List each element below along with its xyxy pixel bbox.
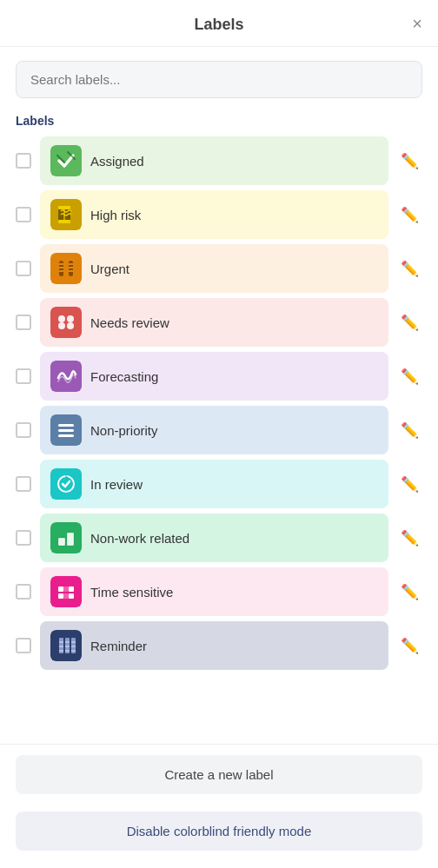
- svg-rect-33: [58, 586, 63, 592]
- label-name: Reminder: [90, 639, 147, 653]
- edit-label-button[interactable]: ✏️: [397, 633, 422, 659]
- colorblind-mode-button[interactable]: Disable colorblind friendly mode: [16, 812, 422, 851]
- edit-label-button[interactable]: ✏️: [397, 256, 422, 282]
- label-row: Needs review ✏️: [16, 298, 422, 347]
- svg-rect-24: [58, 434, 74, 437]
- edit-label-button[interactable]: ✏️: [397, 526, 422, 551]
- label-row: Non-priority ✏️: [16, 406, 422, 454]
- label-row: Non-work related ✏️: [16, 514, 422, 562]
- label-checkbox[interactable]: [16, 584, 31, 600]
- labels-section-title: Labels: [16, 114, 422, 128]
- label-name: Urgent: [90, 262, 129, 276]
- label-pill[interactable]: Forecasting: [40, 352, 388, 401]
- labels-list: Assigned ✏️ High risk ✏️ Urgent ✏️ Needs…: [16, 136, 422, 670]
- label-pill[interactable]: Non-work related: [40, 514, 388, 562]
- label-pill[interactable]: Non-priority: [40, 406, 388, 454]
- label-row: Reminder ✏️: [16, 621, 422, 670]
- svg-rect-36: [69, 593, 74, 599]
- label-name: Time sensitive: [90, 585, 173, 600]
- label-row: Assigned ✏️: [16, 136, 422, 185]
- label-checkbox[interactable]: [16, 476, 31, 492]
- create-label-button[interactable]: Create a new label: [16, 755, 422, 794]
- svg-rect-23: [58, 429, 74, 432]
- svg-rect-15: [50, 307, 82, 338]
- modal-body: Labels Assigned ✏️ High risk ✏️ Urgent: [0, 47, 438, 744]
- label-name: Non-work related: [90, 531, 189, 546]
- svg-rect-4: [58, 206, 70, 209]
- label-checkbox[interactable]: [16, 638, 31, 653]
- edit-label-button[interactable]: ✏️: [397, 310, 422, 335]
- svg-rect-38: [63, 593, 69, 599]
- label-pill[interactable]: Needs review: [40, 298, 388, 347]
- close-button[interactable]: ×: [412, 15, 422, 32]
- edit-label-button[interactable]: ✏️: [397, 418, 422, 443]
- label-icon: [50, 522, 82, 553]
- svg-rect-37: [63, 586, 69, 592]
- label-checkbox[interactable]: [16, 530, 31, 546]
- svg-rect-28: [58, 538, 65, 546]
- label-icon: [50, 468, 82, 500]
- svg-rect-22: [58, 424, 74, 427]
- label-icon: [50, 630, 82, 661]
- label-pill[interactable]: Assigned: [40, 136, 388, 185]
- modal-title: Labels: [194, 16, 243, 34]
- footer: Create a new label: [0, 744, 438, 803]
- search-input[interactable]: [16, 61, 422, 98]
- label-checkbox[interactable]: [16, 368, 31, 384]
- edit-label-button[interactable]: ✏️: [397, 149, 422, 174]
- svg-rect-0: [50, 145, 82, 176]
- svg-rect-29: [67, 533, 74, 546]
- label-pill[interactable]: In review: [40, 460, 388, 508]
- label-checkbox[interactable]: [16, 315, 31, 330]
- label-icon: [50, 307, 82, 338]
- label-pill[interactable]: Reminder: [40, 621, 388, 670]
- svg-point-19: [67, 322, 74, 329]
- label-icon: [50, 253, 82, 284]
- svg-rect-5: [58, 220, 70, 223]
- label-pill[interactable]: High risk: [40, 190, 388, 239]
- svg-rect-7: [59, 261, 63, 276]
- label-row: Time sensitive ✏️: [16, 567, 422, 616]
- label-name: In review: [90, 477, 143, 492]
- label-name: Forecasting: [90, 369, 158, 384]
- edit-label-button[interactable]: ✏️: [397, 472, 422, 497]
- edit-label-button[interactable]: ✏️: [397, 580, 422, 605]
- label-checkbox[interactable]: [16, 422, 31, 438]
- label-row: In review ✏️: [16, 460, 422, 508]
- label-row: Urgent ✏️: [16, 244, 422, 293]
- label-checkbox[interactable]: [16, 153, 31, 169]
- svg-rect-34: [58, 593, 63, 599]
- label-icon: [50, 199, 82, 230]
- svg-point-18: [58, 322, 65, 329]
- svg-rect-6: [50, 253, 82, 284]
- modal-container: Labels × Labels Assigned ✏️ High risk ✏️: [0, 0, 438, 868]
- label-name: High risk: [90, 208, 141, 222]
- svg-point-17: [67, 315, 74, 322]
- label-checkbox[interactable]: [16, 207, 31, 222]
- label-name: Assigned: [90, 154, 144, 169]
- label-row: Forecasting ✏️: [16, 352, 422, 401]
- modal-header: Labels ×: [0, 0, 438, 47]
- label-icon: [50, 576, 82, 607]
- label-pill[interactable]: Time sensitive: [40, 567, 388, 616]
- svg-rect-35: [69, 586, 74, 592]
- svg-rect-27: [50, 522, 82, 553]
- label-checkbox[interactable]: [16, 261, 31, 276]
- svg-rect-8: [69, 261, 73, 276]
- svg-point-16: [58, 315, 65, 322]
- label-name: Non-priority: [90, 423, 158, 438]
- label-pill[interactable]: Urgent: [40, 244, 388, 293]
- label-icon: [50, 361, 82, 392]
- label-icon: [50, 414, 82, 446]
- label-icon: [50, 145, 82, 176]
- label-name: Needs review: [90, 315, 169, 330]
- edit-label-button[interactable]: ✏️: [397, 202, 422, 228]
- edit-label-button[interactable]: ✏️: [397, 364, 422, 389]
- label-row: High risk ✏️: [16, 190, 422, 239]
